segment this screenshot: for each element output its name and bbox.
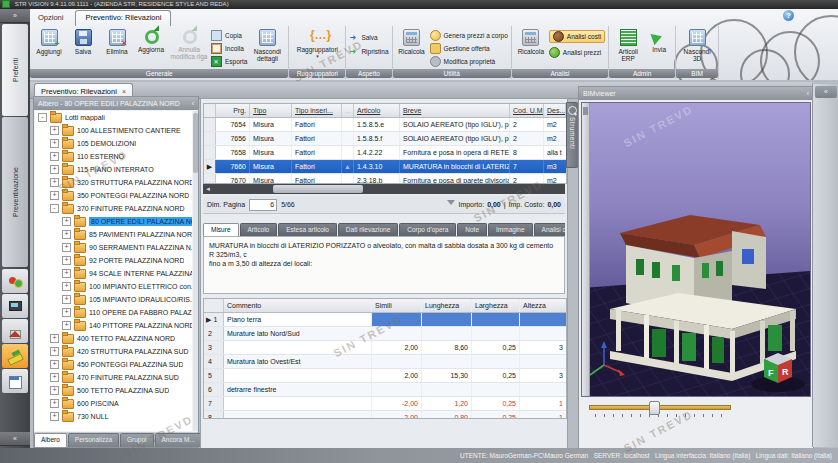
tree-tab[interactable]: Personalizza bbox=[68, 433, 119, 447]
grid-row[interactable]: ▶ 7660 Misura Fattori ▲ 1.4.3.10 MURATUR… bbox=[204, 160, 566, 174]
expander-icon[interactable]: - bbox=[38, 113, 47, 122]
measure-row[interactable]: 4 Muratura lato Ovest/Est bbox=[204, 355, 566, 369]
col-lunghezza[interactable]: Lunghezza bbox=[422, 299, 472, 312]
col-tipo[interactable]: Tipo bbox=[250, 104, 292, 117]
analisi-costi-button[interactable]: Analisi costi bbox=[549, 30, 605, 43]
expander-icon[interactable]: + bbox=[50, 399, 59, 408]
measure-row[interactable]: 2 Murature lato Nord/Sud bbox=[204, 327, 566, 341]
tree-item[interactable]: + 85 PAVIMENTI PALAZZINA NORD bbox=[35, 228, 192, 241]
col-breve[interactable]: Breve bbox=[400, 104, 510, 117]
expander-icon[interactable]: + bbox=[50, 178, 59, 187]
elimina-button[interactable]: ✕Elimina bbox=[101, 27, 133, 55]
analisi-ricalcola-button[interactable]: Ricalcola bbox=[515, 27, 547, 55]
tree-item[interactable]: + 115 PIANO INTERRATO bbox=[35, 163, 192, 176]
col-des[interactable]: Des... bbox=[544, 104, 566, 117]
expander-icon[interactable]: + bbox=[50, 191, 59, 200]
tree-item[interactable]: + 450 PONTEGGI PALAZZINA SUD bbox=[35, 358, 192, 371]
filter-funnel-icon[interactable] bbox=[447, 200, 455, 209]
expander-icon[interactable]: + bbox=[50, 347, 59, 356]
expander-icon[interactable]: + bbox=[50, 412, 59, 421]
esporta-button[interactable]: Esporta bbox=[211, 56, 247, 67]
expander-icon[interactable]: + bbox=[62, 295, 71, 304]
expander-icon[interactable]: + bbox=[62, 243, 71, 252]
expander-icon[interactable]: + bbox=[62, 269, 71, 278]
detail-tab[interactable]: Immagine bbox=[488, 223, 533, 236]
tree-item[interactable]: + 730 NULL bbox=[35, 410, 192, 423]
sidebar-section-preventivazione[interactable]: Preventivazione bbox=[2, 117, 28, 267]
tree-item[interactable]: - 370 FINITURE PALAZZINA NORD bbox=[35, 202, 192, 215]
tree-item[interactable]: + 100 IMPIANTO ELETTRICO con... bbox=[35, 280, 192, 293]
tab-preventivo-rilevazioni[interactable]: Preventivo: Rilevazioni bbox=[75, 10, 171, 26]
expander-icon[interactable]: + bbox=[50, 334, 59, 343]
expander-icon[interactable]: + bbox=[50, 386, 59, 395]
expander-icon[interactable]: + bbox=[62, 282, 71, 291]
incolla-button[interactable]: Incolla bbox=[211, 43, 247, 54]
grid-horizontal-scrollbar[interactable]: ◄ bbox=[203, 184, 565, 194]
expander-icon[interactable]: + bbox=[62, 308, 71, 317]
aspetto-ripristina-button[interactable]: Ripristina bbox=[349, 47, 388, 56]
slider-track[interactable] bbox=[589, 405, 731, 410]
expander-icon[interactable]: - bbox=[50, 204, 59, 213]
col-articolo[interactable]: Articolo bbox=[354, 104, 400, 117]
module-measure-button[interactable] bbox=[2, 344, 28, 368]
measure-row[interactable]: 8 -2,00 0,80 0,25 1 bbox=[204, 411, 566, 419]
expander-icon[interactable]: + bbox=[50, 165, 59, 174]
module-colors-button[interactable] bbox=[2, 269, 28, 293]
tree-item[interactable]: - Lotti mappali bbox=[35, 111, 192, 124]
expander-icon[interactable]: + bbox=[50, 373, 59, 382]
tree-tab[interactable]: Gruppi bbox=[120, 433, 154, 447]
grid-row[interactable]: 7656 Misura Fattori 1.5.8.5.f SOLAIO AER… bbox=[204, 132, 566, 146]
detail-tab[interactable]: Dati rilevazione bbox=[338, 223, 398, 236]
expander-icon[interactable]: + bbox=[62, 321, 71, 330]
col-prg[interactable]: Prg. bbox=[216, 104, 250, 117]
col-altezza[interactable]: Altezza bbox=[520, 299, 566, 312]
sidebar-section-preferiti[interactable]: Preferiti bbox=[2, 24, 28, 116]
col-simili[interactable]: Simili bbox=[372, 299, 422, 312]
module-home-button[interactable] bbox=[2, 319, 28, 343]
tree-item[interactable]: + 110 ESTERNO bbox=[35, 150, 192, 163]
grid-row[interactable]: 7670 Misura Fattori 2.3.18.b Fornitura e… bbox=[204, 174, 566, 184]
aspetto-salva-button[interactable]: Salva bbox=[349, 33, 388, 42]
expander-icon[interactable]: + bbox=[62, 230, 71, 239]
tree-item[interactable]: + 90 SERRAMENTI PALAZZINA N... bbox=[35, 241, 192, 254]
sidebar-expand-button[interactable]: » bbox=[0, 9, 30, 23]
expander-icon[interactable]: + bbox=[50, 152, 59, 161]
scrollbar-thumb[interactable] bbox=[273, 185, 363, 193]
tree-item[interactable]: + 500 TETTO PALAZZINA SUD bbox=[35, 384, 192, 397]
col-tipo-inserimento[interactable]: Tipo inseri... bbox=[292, 104, 342, 117]
nascondi-3d-button[interactable]: Nascondi 3D bbox=[679, 27, 715, 62]
genera-prezzi-button[interactable]: Genera prezzi a corpo bbox=[430, 30, 508, 41]
invia-button[interactable]: Invia bbox=[646, 27, 672, 53]
zoom-slider[interactable] bbox=[589, 401, 739, 415]
bim-collapse-icon[interactable]: ‹ bbox=[807, 87, 809, 100]
col-commento[interactable]: Commento bbox=[224, 299, 372, 312]
tree-vertical-scrollbar[interactable] bbox=[193, 111, 198, 431]
salva-button[interactable]: Salva bbox=[67, 27, 99, 55]
module-monitor-button[interactable] bbox=[2, 294, 28, 318]
articoli-erp-button[interactable]: Articoli ERP bbox=[612, 27, 644, 62]
right-panel-collapse-button[interactable]: « bbox=[815, 86, 837, 98]
tree-item[interactable]: + 350 PONTEGGI PALAZZINA NORD bbox=[35, 189, 192, 202]
modifica-proprieta-button[interactable]: Modifica proprietà bbox=[430, 56, 508, 67]
module-calendar-button[interactable] bbox=[2, 369, 28, 393]
tree-item[interactable]: + 105 DEMOLIZIONI bbox=[35, 137, 192, 150]
measure-row[interactable]: 5 2,00 15,30 0,25 3 bbox=[204, 369, 566, 383]
analisi-prezzi-button[interactable]: Analisi prezzi bbox=[549, 47, 605, 58]
utilita-ricalcola-button[interactable]: Ricalcola bbox=[396, 27, 428, 55]
detail-tab[interactable]: Estesa articolo bbox=[278, 223, 337, 236]
dim-pagina-input[interactable]: 6 bbox=[249, 199, 277, 211]
tree-tab[interactable]: Ancora M... bbox=[155, 433, 202, 447]
detail-tab[interactable]: Corpo d'opera bbox=[399, 223, 456, 236]
sidebar-collapse-button[interactable]: « bbox=[0, 432, 30, 446]
expander-icon[interactable]: + bbox=[62, 217, 71, 226]
tree-item[interactable]: + 92 PORTE PALAZZINA NORD bbox=[35, 254, 192, 267]
tree-item[interactable]: + 100 ALLESTIMENTO CANTIERE bbox=[35, 124, 192, 137]
raggruppatori-button[interactable]: {…}Raggruppatori▾ bbox=[292, 27, 342, 60]
tree-item[interactable]: + 110 OPERE DA FABBRO PALAZ... bbox=[35, 306, 192, 319]
aggiorna-button[interactable]: Aggiorna bbox=[135, 27, 167, 53]
expander-icon[interactable]: + bbox=[50, 126, 59, 135]
col-flag[interactable]: ... bbox=[342, 104, 354, 117]
measure-row[interactable]: 3 2,00 8,60 0,25 3 bbox=[204, 341, 566, 355]
tree-item[interactable]: + 420 STRUTTURA PALAZZINA SUD bbox=[35, 345, 192, 358]
detail-tab[interactable]: Articolo bbox=[240, 223, 278, 236]
